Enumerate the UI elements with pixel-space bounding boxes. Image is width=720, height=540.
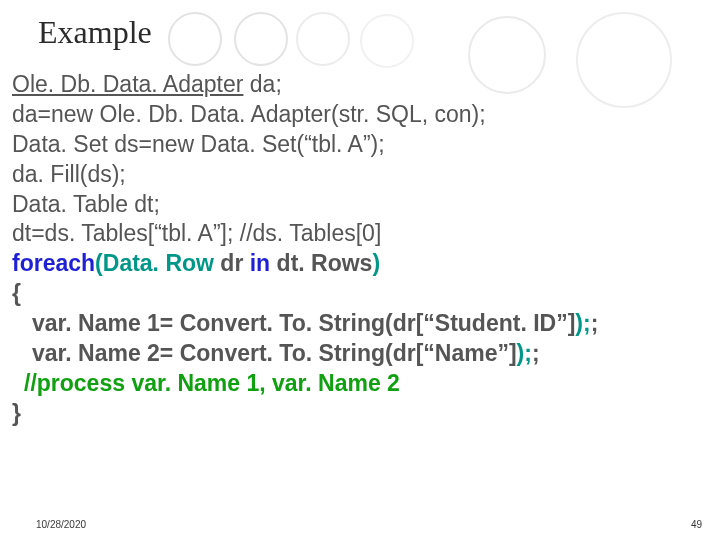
code-line: foreach(Data. Row dr in dt. Rows) [12,249,720,279]
code-token: da; [243,71,281,97]
keyword-foreach: foreach [12,250,95,276]
code-comment: //process var. Name 1, var. Name 2 [12,369,720,399]
code-line: { [12,279,720,309]
decorative-circle-icon [168,12,222,66]
code-token: ; [591,310,599,336]
footer-page-number: 49 [691,519,702,530]
code-line: var. Name 1= Convert. To. String(dr[“Stu… [12,309,720,339]
code-token: Ole. Db. Data. Adapter [12,71,243,97]
code-line: da. Fill(ds); [12,160,720,190]
decorative-circle-icon [360,14,414,68]
code-line: Data. Table dt; [12,190,720,220]
code-line: dt=ds. Tables[“tbl. A”]; //ds. Tables[0] [12,219,720,249]
slide: Example Ole. Db. Data. Adapter da; da=ne… [0,0,720,540]
code-token: var. Name 1= Convert. To. String(dr[“Stu… [32,310,575,336]
keyword-in: in [250,250,270,276]
code-token: var. Name 2= Convert. To. String(dr[“Nam… [32,340,517,366]
decorative-circle-icon [576,12,672,108]
paren-close: ) [372,250,380,276]
code-line: } [12,399,720,429]
footer-date: 10/28/2020 [36,519,86,530]
code-token: ; [532,340,540,366]
paren-close: ); [575,310,590,336]
decorative-circle-icon [234,12,288,66]
decorative-circle-icon [296,12,350,66]
code-token: dt. Rows [270,250,372,276]
code-block: Ole. Db. Data. Adapter da; da=new Ole. D… [0,64,720,429]
title-area: Example [0,0,720,64]
code-line: var. Name 2= Convert. To. String(dr[“Nam… [12,339,720,369]
type-datarow: Data. Row [103,250,214,276]
code-line: Data. Set ds=new Data. Set(“tbl. A”); [12,130,720,160]
decorative-circle-icon [468,16,546,94]
paren-close: ); [517,340,532,366]
paren-open: ( [95,250,103,276]
code-token: dr [214,250,250,276]
